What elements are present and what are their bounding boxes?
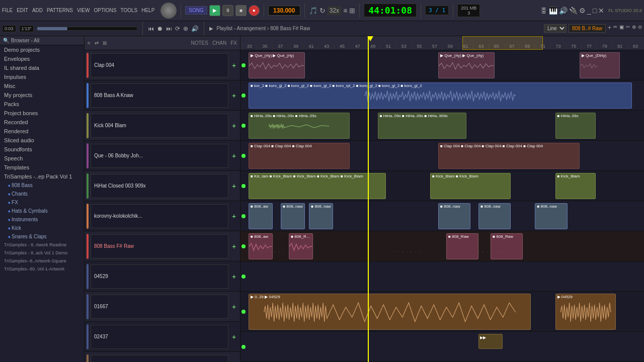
playlist-icon[interactable]: ▶ bbox=[209, 26, 213, 31]
menu-file[interactable]: FILE bbox=[2, 8, 13, 13]
clip-5-1[interactable]: ■ Kic..lam ■ Kick_Blam ■ Kick_Blam ■ Kic… bbox=[249, 173, 386, 199]
track-8-name[interactable]: 04529 bbox=[91, 264, 228, 289]
arr-track-9[interactable]: ▶ 0..29 ▶ 04529 ▶ 04529 bbox=[240, 292, 644, 332]
browser-icon[interactable]: 🔊 bbox=[559, 7, 568, 15]
clip-10-1[interactable]: ▶▶ bbox=[478, 334, 503, 349]
close-icon[interactable]: ✕ bbox=[598, 7, 604, 15]
tool-draw[interactable]: ✏ bbox=[613, 24, 617, 33]
arr-track-10[interactable]: ▶▶ bbox=[240, 332, 644, 362]
track-6-add[interactable]: + bbox=[230, 212, 238, 220]
menu-options[interactable]: OPTIONS bbox=[94, 8, 116, 13]
minimize-icon[interactable]: _ bbox=[587, 7, 591, 15]
clip-9-1[interactable]: ▶ 0..29 ▶ 04529 bbox=[249, 294, 531, 330]
clip-1-3[interactable]: ▶ Que_(Dirty) bbox=[580, 52, 620, 78]
menu-add[interactable]: ADD bbox=[32, 8, 43, 13]
track-9-add[interactable]: + bbox=[230, 303, 238, 311]
clip-7-3[interactable]: ■ 808_Raw bbox=[446, 233, 478, 259]
bpm-input[interactable] bbox=[268, 6, 300, 16]
stop-button[interactable]: ■ bbox=[235, 5, 247, 16]
step-size-display[interactable]: 32x bbox=[328, 6, 341, 15]
clip-6-6[interactable]: ■ 808..naw bbox=[535, 203, 567, 229]
browser-item-808-bass[interactable]: 808 Bass bbox=[0, 181, 84, 190]
track-9-name[interactable]: 01667 bbox=[91, 295, 228, 319]
arr-track-2[interactable]: ■ kor_2 ■ koro_gl_2 ■ koro_gl_2 ■ koro_g… bbox=[240, 80, 644, 111]
track-3-name[interactable]: Kick 004 Blam bbox=[91, 114, 228, 138]
clip-3-2[interactable]: ■ HiHa..09x ■ HiHa..09x ■ HiHa..909x bbox=[378, 113, 466, 139]
browser-item-il-shared-data[interactable]: IL shared data bbox=[0, 63, 84, 72]
browser-item-hats-cymbals[interactable]: Hats & Cymbals bbox=[0, 207, 84, 215]
menu-patterns[interactable]: PATTERNS bbox=[47, 8, 73, 13]
track-2-add[interactable]: + bbox=[230, 92, 238, 100]
clip-icon[interactable]: ≡ bbox=[343, 7, 347, 15]
browser-item-envelopes[interactable]: Envelopes bbox=[0, 54, 84, 63]
clip-6-2[interactable]: ■ 808..naw bbox=[281, 203, 305, 229]
tool-cut[interactable]: ✂ bbox=[626, 24, 630, 33]
browser-item-packs[interactable]: Packs bbox=[0, 100, 84, 109]
tool-zoom-in[interactable]: ⊕ bbox=[632, 24, 636, 33]
browser-item-fx[interactable]: FX bbox=[0, 198, 84, 207]
track-2-name[interactable]: 808 Bass A Knaw bbox=[91, 83, 228, 108]
mixer-icon[interactable]: 🎛 bbox=[540, 7, 547, 15]
track-3-add[interactable]: + bbox=[230, 122, 238, 130]
browser-item-trisamples-80[interactable]: TriSamples--80..Vol-1-Artwork bbox=[0, 265, 84, 273]
arr-track-8[interactable] bbox=[240, 261, 644, 292]
arr-track-7[interactable]: ■ 808..aw ■ 808_Raw ■ 808_Raw ■ 808_Raw bbox=[240, 231, 644, 261]
clip-5-2[interactable]: ■ Kick_Blam ■ Kick_Blam bbox=[430, 173, 511, 199]
breadcrumb-playlist[interactable]: Playlist - Arrangement bbox=[216, 26, 266, 31]
track-1-add[interactable]: + bbox=[230, 61, 238, 69]
browser-item-trisamples-pack[interactable]: TriSamples -..ep Pack Vol 1 bbox=[0, 172, 84, 181]
settings-icon[interactable]: ⚙ bbox=[579, 7, 586, 15]
arrangement-panel[interactable]: 33 35 37 39 41 43 45 47 49 51 53 55 57 5… bbox=[240, 36, 644, 362]
menu-help[interactable]: HELP bbox=[141, 8, 154, 13]
menu-view[interactable]: VIEW bbox=[77, 8, 90, 13]
tool-select[interactable]: ▣ bbox=[619, 24, 624, 33]
song-mode-button[interactable]: SONG bbox=[185, 6, 207, 15]
browser-item-kick[interactable]: Kick bbox=[0, 224, 84, 232]
track-5-name[interactable]: HiHat Closed 003 909x bbox=[91, 174, 228, 198]
arrangement-tracks[interactable]: ▶ Que_(rty) ▶ Que_(rty) ▶ Que_(rty) ▶ Qu… bbox=[240, 50, 644, 362]
zoom-icon[interactable]: ⊕ bbox=[183, 25, 188, 32]
browser-item-misc[interactable]: Misc bbox=[0, 81, 84, 90]
track-10-name[interactable]: 02437 bbox=[91, 325, 228, 349]
track-11-name[interactable]: schetchik_banknot bbox=[91, 355, 228, 363]
browser-item-trisamples-demo[interactable]: TriSamples - 8..ack Vol 1 Demo bbox=[0, 249, 84, 257]
track-1-name[interactable]: Clap 004 bbox=[91, 53, 228, 77]
add-track-icon[interactable]: + bbox=[608, 24, 611, 33]
browser-item-soundfonts[interactable]: Soundfonts bbox=[0, 145, 84, 154]
volume-icon[interactable]: 🔊 bbox=[191, 25, 199, 32]
play-button[interactable]: ▶ bbox=[209, 5, 220, 16]
track-6-name[interactable]: korovny-kolokolchik... bbox=[91, 204, 228, 228]
browser-item-recorded[interactable]: Recorded bbox=[0, 118, 84, 127]
mix-icon[interactable]: ⊞ bbox=[349, 7, 355, 15]
clip-4-1[interactable]: ■ Clap 004 ■ Clap 004 ■ Clap 004 bbox=[249, 143, 350, 169]
arr-track-5[interactable]: ■ Kic..lam ■ Kick_Blam ■ Kick_Blam ■ Kic… bbox=[240, 171, 644, 201]
browser-item-trisamples-artwork-sq[interactable]: TriSamples--8..Artwork-Square bbox=[0, 257, 84, 265]
pause-button[interactable]: ⏸ bbox=[222, 5, 233, 16]
track-4-add[interactable]: + bbox=[230, 152, 238, 160]
line-mode-select[interactable]: Line bbox=[544, 24, 567, 33]
clip-6-3[interactable]: ■ 808..naw bbox=[309, 203, 333, 229]
clip-1-2[interactable]: ▶ Que_(rty) ▶ Que_(rty) bbox=[438, 52, 495, 78]
clip-5-3[interactable]: ■ Kick_Blam bbox=[555, 173, 596, 199]
clip-6-4[interactable]: ■ 808..naw bbox=[438, 203, 470, 229]
metronome-icon[interactable]: 🎵 bbox=[309, 7, 317, 15]
arr-track-3[interactable]: ■ HiHa..09x ■ HiHa..09x ■ HiHa..09x ■ Hi… bbox=[240, 111, 644, 141]
menu-tools[interactable]: TOOLS bbox=[120, 8, 137, 13]
track-5-add[interactable]: + bbox=[230, 182, 238, 190]
maximize-icon[interactable]: □ bbox=[593, 7, 597, 15]
clip-2-1[interactable]: ■ kor_2 ■ koro_gl_2 ■ koro_gl_2 ■ koro_g… bbox=[249, 82, 632, 109]
browser-item-rendered[interactable]: Rendered bbox=[0, 127, 84, 136]
clip-3-1[interactable]: ■ HiHa..09x ■ HiHa..09x ■ HiHa..09x bbox=[249, 113, 350, 139]
browser-item-project-bones[interactable]: Project bones bbox=[0, 109, 84, 118]
breadcrumb-track[interactable]: 808 Bass F# Raw bbox=[270, 26, 310, 31]
clip-4-2[interactable]: ■ Clap 004 ■ Clap 004 ■ Clap 004 ■ Clap … bbox=[438, 143, 580, 169]
progress-bar[interactable] bbox=[37, 27, 137, 31]
browser-item-sliced-audio[interactable]: Sliced audio bbox=[0, 136, 84, 145]
record-small-icon[interactable]: ⏺ bbox=[157, 25, 163, 32]
browser-item-impulses[interactable]: Impulses bbox=[0, 72, 84, 81]
track-7-add[interactable]: + bbox=[230, 242, 238, 250]
track-7-name[interactable]: 808 Bass F# Raw bbox=[91, 234, 228, 258]
track-8-add[interactable]: + bbox=[230, 273, 238, 281]
plugin-icon[interactable]: 🔌 bbox=[569, 7, 578, 15]
tool-zoom-out[interactable]: ⊖ bbox=[638, 24, 642, 33]
